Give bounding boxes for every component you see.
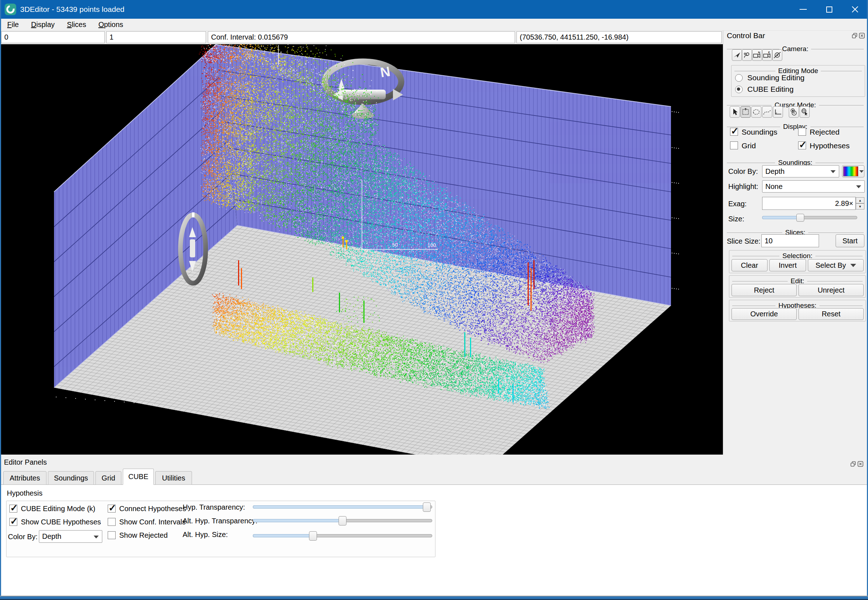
pan-globe-button[interactable] — [800, 106, 810, 118]
show-conf-intervals-label: Show Conf. Intervals — [119, 518, 186, 526]
minimize-button[interactable] — [790, 0, 816, 19]
cube-editing-mode-checkbox[interactable]: ✓ — [9, 505, 17, 512]
cursor-polyline-button[interactable] — [762, 106, 772, 118]
cube-editing-label: CUBE Editing — [747, 85, 794, 94]
cursor-pick-button[interactable] — [730, 106, 740, 118]
editing-mode-group: Editing Mode Sounding Editing CUBE Editi… — [731, 65, 865, 97]
unreject-button[interactable]: Unreject — [798, 284, 864, 296]
grid-checkbox-label: Grid — [742, 141, 756, 150]
orbit-center-button[interactable] — [789, 106, 799, 118]
close-button[interactable] — [842, 0, 868, 19]
conf-interval-field[interactable]: Conf. Interval: 0.015679 — [208, 31, 515, 43]
colormap-swatch — [843, 166, 858, 176]
cursor-rect-select-button[interactable] — [741, 106, 751, 118]
highlight-combo[interactable]: None — [762, 180, 865, 192]
plane-icon — [733, 52, 741, 59]
spin-up-button[interactable]: ▲ — [856, 197, 864, 203]
clear-selection-button[interactable]: Clear — [731, 259, 768, 271]
close-panel-icon[interactable] — [857, 461, 863, 467]
slice-size-label: Slice Size: — [727, 237, 760, 245]
orbit-figure-icon — [743, 52, 751, 59]
slice-size-input[interactable]: 10 — [762, 234, 819, 247]
camera-orbit-button[interactable] — [742, 49, 752, 61]
exag-spin-buttons: ▲ ▼ — [856, 197, 864, 209]
hyp-transparency-label: Hyp. Transparency: — [183, 503, 245, 511]
soundings-checkbox-label: Soundings — [742, 128, 777, 136]
menu-display[interactable]: Display — [25, 19, 61, 30]
hypotheses-checkbox[interactable]: ✓ — [798, 141, 806, 149]
alt-hyp-transparency-handle[interactable] — [338, 516, 346, 526]
reset-button[interactable]: Reset — [798, 308, 864, 320]
show-rejected-label: Show Rejected — [119, 531, 168, 539]
maximize-button[interactable] — [816, 0, 842, 19]
hyp-transparency-slider[interactable] — [253, 502, 432, 512]
tab-utilities[interactable]: Utilities — [155, 471, 192, 485]
soundings-checkbox[interactable]: ✓ — [730, 128, 738, 136]
cube-editing-radio[interactable] — [735, 86, 743, 93]
close-panel-icon[interactable] — [859, 33, 865, 38]
app-icon — [4, 3, 17, 15]
cursor-coordinates-field[interactable]: (70536.750, 441511.250, -16.984) — [516, 31, 722, 43]
viewport-3d[interactable]: N 50 100 — [1, 44, 723, 455]
scene-overlay: 50 100 — [1, 44, 723, 455]
override-button[interactable]: Override — [731, 308, 797, 320]
size-slider[interactable] — [762, 213, 857, 223]
svg-text:N: N — [758, 52, 760, 55]
reject-button[interactable]: Reject — [731, 284, 797, 296]
spin-down-button[interactable]: ▼ — [856, 203, 864, 209]
undock-icon[interactable] — [850, 461, 856, 467]
size-slider-handle[interactable] — [796, 214, 804, 222]
show-rejected-checkbox[interactable] — [108, 531, 115, 539]
cursor-corner-button[interactable] — [773, 106, 783, 118]
caption-buttons — [790, 0, 868, 19]
slices-start-button[interactable]: Start — [836, 234, 864, 247]
alt-hyp-size-slider[interactable] — [253, 530, 432, 541]
show-cube-hypotheses-label: Show CUBE Hypotheses — [21, 518, 101, 526]
bottom-axis-dots — [56, 397, 154, 405]
camera-off-icon — [773, 52, 782, 59]
connect-hypotheses-checkbox[interactable]: ✓ — [108, 505, 115, 512]
menu-file[interactable]: File — [1, 19, 25, 30]
connect-hypotheses-label: Connect Hypotheses — [119, 505, 186, 513]
exag-spinbox[interactable]: 2.89× — [762, 197, 856, 210]
highlight-label: Highlight: — [728, 182, 758, 191]
tab-attributes[interactable]: Attributes — [3, 471, 47, 485]
tab-cube[interactable]: CUBE — [123, 469, 154, 485]
chevron-down-icon — [94, 536, 99, 538]
alt-hyp-transparency-slider[interactable] — [253, 515, 432, 526]
camera-view-north-button[interactable]: N — [752, 49, 762, 61]
rejected-checkbox-label: Rejected — [810, 128, 839, 136]
hypothesis-group: ✓ CUBE Editing Mode (k) ✓ Show CUBE Hypo… — [6, 501, 436, 557]
invert-selection-button[interactable]: Invert — [769, 259, 806, 271]
status-field-1[interactable]: 0 — [1, 31, 105, 43]
tab-soundings[interactable]: Soundings — [48, 471, 94, 485]
show-cube-hypotheses-checkbox[interactable]: ✓ — [9, 518, 17, 526]
lasso-icon — [752, 108, 761, 115]
menu-slices[interactable]: Slices — [61, 19, 92, 30]
undock-icon[interactable] — [852, 33, 857, 38]
axis-tick-marks — [672, 111, 679, 289]
tab-grid[interactable]: Grid — [96, 471, 121, 485]
camera-north-icon: N — [753, 52, 762, 59]
hyp-transparency-handle[interactable] — [423, 503, 431, 512]
cube-color-by-label: Color By: — [8, 533, 38, 541]
window-border-left — [0, 0, 1, 600]
status-field-2[interactable]: 1 — [106, 31, 206, 43]
menu-options[interactable]: Options — [92, 19, 129, 30]
cube-color-by-combo[interactable]: Depth — [39, 530, 102, 543]
control-bar-panel: Control Bar Camera: N E — [723, 30, 867, 455]
rejected-checkbox[interactable] — [798, 128, 806, 136]
color-by-combo[interactable]: Depth — [762, 165, 839, 177]
select-by-button[interactable]: Select By — [808, 259, 864, 271]
camera-reset-button[interactable] — [772, 49, 782, 61]
chevron-down-icon — [856, 185, 861, 188]
sounding-editing-radio[interactable] — [735, 74, 743, 82]
camera-view-east-button[interactable]: E — [762, 49, 772, 61]
cursor-lasso-button[interactable] — [751, 106, 762, 118]
camera-home-button[interactable] — [732, 49, 742, 61]
alt-hyp-size-handle[interactable] — [309, 531, 317, 541]
show-conf-intervals-checkbox[interactable] — [108, 518, 115, 526]
grid-checkbox[interactable] — [730, 141, 738, 149]
colormap-button[interactable] — [842, 165, 864, 177]
editor-panels-dock: Editor Panels Attributes Soundings Grid … — [1, 455, 867, 596]
